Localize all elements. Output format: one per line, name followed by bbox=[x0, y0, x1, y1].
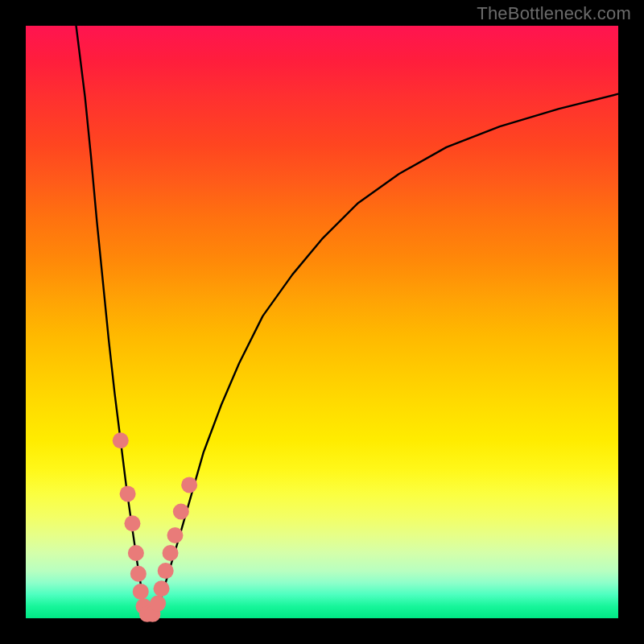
data-marker bbox=[150, 596, 166, 612]
data-marker bbox=[181, 477, 197, 493]
data-marker bbox=[158, 563, 174, 579]
data-marker bbox=[120, 485, 136, 502]
watermark-text: TheBottleneck.com bbox=[477, 3, 631, 24]
data-marker bbox=[163, 545, 179, 561]
data-marker bbox=[124, 515, 140, 531]
data-marker bbox=[113, 432, 129, 448]
outer-frame: TheBottleneck.com bbox=[0, 0, 644, 644]
curve-overlay bbox=[0, 0, 644, 644]
data-marker bbox=[130, 566, 147, 582]
data-marker bbox=[173, 504, 189, 520]
data-marker bbox=[154, 580, 170, 597]
curve-right-branch bbox=[156, 94, 618, 616]
data-marker bbox=[167, 527, 183, 543]
data-marker bbox=[133, 584, 149, 600]
data-marker bbox=[128, 545, 144, 561]
